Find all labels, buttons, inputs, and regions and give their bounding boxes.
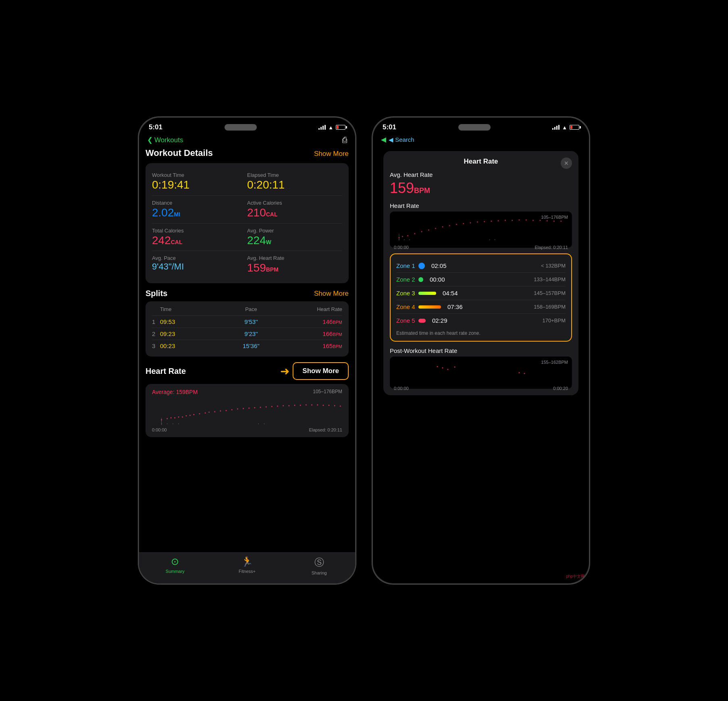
hr-detail-chart-range: 105–176BPM — [541, 215, 568, 220]
zone-row-1: Zone 1 02:05 < 132BPM — [396, 259, 566, 273]
svg-point-1 — [166, 418, 168, 419]
zone3-indicator — [418, 292, 436, 295]
svg-point-39 — [178, 423, 179, 424]
svg-point-56 — [491, 221, 492, 222]
post-workout-section: Post-Workout Heart Rate 155–162BPM — [390, 347, 572, 389]
zones-box: Zone 1 02:05 < 132BPM Zone 2 00:00 133–1… — [390, 253, 572, 342]
post-chart-footer: 0:00:00 0:00:20 — [394, 386, 568, 391]
stat-distance: Distance 2.02MI — [152, 197, 247, 222]
svg-point-54 — [477, 222, 478, 223]
zone5-label: Zone 5 — [396, 317, 418, 324]
signal-icon — [318, 125, 326, 130]
svg-point-28 — [306, 404, 307, 406]
stat-total-cal: Total Calories 242CAL — [152, 224, 247, 250]
nav-bar-left: ❮ Workouts ⎙ — [139, 134, 355, 148]
zone2-label: Zone 2 — [396, 276, 418, 283]
show-more-area: ➜ Show More — [280, 362, 349, 380]
splits-show-more[interactable]: Show More — [314, 290, 349, 298]
svg-point-64 — [547, 220, 548, 222]
svg-point-55 — [484, 221, 485, 222]
svg-point-7 — [189, 415, 191, 416]
close-button[interactable]: ✕ — [561, 158, 572, 169]
svg-point-72 — [495, 239, 495, 240]
signal-icon-right — [552, 125, 560, 130]
right-screen-content: Heart Rate ✕ Avg. Heart Rate 159BPM Hear… — [373, 151, 589, 395]
svg-point-10 — [205, 413, 206, 414]
svg-point-20 — [260, 407, 261, 408]
tab-fitness[interactable]: 🏃 Fitness+ — [211, 556, 283, 575]
zone2-time: 00:00 — [430, 276, 533, 283]
svg-point-31 — [322, 405, 324, 406]
svg-point-29 — [311, 404, 312, 406]
modal-title: Heart Rate — [464, 158, 498, 166]
tab-fitness-label: Fitness+ — [239, 569, 256, 574]
chart-start-time: 0:00:00 — [152, 427, 167, 432]
watermark: php中文网 — [566, 574, 585, 579]
svg-point-49 — [442, 226, 443, 228]
svg-point-3 — [174, 417, 175, 419]
post-chart-end: 0:00:20 — [553, 386, 568, 391]
tab-sharing[interactable]: Ⓢ Sharing — [283, 556, 355, 575]
svg-point-58 — [505, 220, 506, 221]
svg-point-53 — [470, 222, 471, 224]
svg-point-27 — [300, 405, 301, 406]
hr-detail-chart-footer: 0:00:00 Elapsed: 0:20:11 — [394, 245, 568, 250]
battery-icon-right — [570, 125, 579, 130]
svg-point-33 — [334, 405, 335, 406]
tab-bar-left: ⊙ Summary 🏃 Fitness+ Ⓢ Sharing — [139, 552, 355, 583]
right-phone: 5:01 ▲ ◀ ◀ Search — [372, 117, 590, 584]
share-icon[interactable]: ⎙ — [342, 135, 347, 145]
zone-row-5: Zone 5 02:29 170+BPM — [396, 314, 566, 327]
svg-point-37 — [167, 423, 168, 424]
stats-row-1: Workout Time 0:19:41 Elapsed Time 0:20:1… — [152, 169, 342, 195]
back-button-right[interactable]: ◀ ◀ Search — [381, 135, 414, 144]
svg-point-73 — [437, 366, 438, 367]
workout-show-more[interactable]: Show More — [314, 150, 349, 158]
svg-point-36 — [161, 423, 162, 424]
summary-icon: ⊙ — [171, 556, 179, 567]
hr-chart-area — [152, 398, 342, 426]
stats-row-2: Distance 2.02MI Active Calories 210CAL — [152, 197, 342, 222]
status-icons-right: ▲ — [552, 124, 579, 131]
svg-point-2 — [171, 417, 172, 419]
svg-point-50 — [449, 225, 450, 226]
svg-point-68 — [399, 239, 399, 240]
svg-point-57 — [498, 220, 499, 222]
wifi-icon-right: ▲ — [562, 124, 567, 131]
hr-detail-chart-container: 105–176BPM — [390, 212, 572, 248]
svg-point-14 — [226, 410, 227, 411]
svg-point-78 — [524, 373, 525, 374]
zone1-label: Zone 1 — [396, 262, 418, 269]
svg-point-74 — [442, 367, 443, 369]
svg-point-18 — [248, 408, 250, 409]
svg-point-41 — [264, 423, 264, 424]
zone5-time: 02:29 — [432, 317, 533, 324]
svg-point-22 — [271, 406, 272, 407]
post-chart-start: 0:00:00 — [394, 386, 409, 391]
zone4-bpm: 158–169BPM — [533, 304, 566, 310]
splits-table-header: Time Pace Heart Rate — [152, 306, 342, 312]
hr-detail-modal: Heart Rate ✕ Avg. Heart Rate 159BPM Hear… — [383, 151, 578, 395]
show-more-button[interactable]: Show More — [293, 362, 349, 380]
svg-point-76 — [454, 367, 456, 368]
back-button-left[interactable]: ❮ Workouts — [147, 136, 183, 144]
zones-note: Estimated time in each heart rate zone. — [396, 327, 566, 336]
svg-point-16 — [237, 409, 238, 410]
avg-hr-label: Avg. Heart Rate — [390, 171, 572, 178]
svg-point-34 — [340, 406, 341, 407]
status-time-right: 5:01 — [383, 123, 396, 131]
chart-end-time: Elapsed: 0:20:11 — [309, 427, 342, 432]
svg-point-61 — [526, 220, 527, 221]
hr-title: Heart Rate — [146, 367, 186, 376]
post-workout-title: Post-Workout Heart Rate — [390, 347, 572, 354]
svg-point-17 — [243, 408, 244, 409]
svg-point-21 — [266, 406, 267, 408]
post-chart-range: 155–162BPM — [541, 360, 568, 365]
svg-point-46 — [421, 231, 422, 232]
split-row-1: 1 09:53 9'53'' 146BPM — [152, 315, 342, 328]
status-bar-left: 5:01 ▲ — [139, 118, 355, 134]
svg-point-26 — [294, 405, 295, 406]
stats-row-4: Avg. Pace 9'43"/MI Avg. Heart Rate 159BP… — [152, 252, 342, 278]
tab-summary[interactable]: ⊙ Summary — [139, 556, 211, 575]
split-row-2: 2 09:23 9'23'' 166BPM — [152, 328, 342, 340]
